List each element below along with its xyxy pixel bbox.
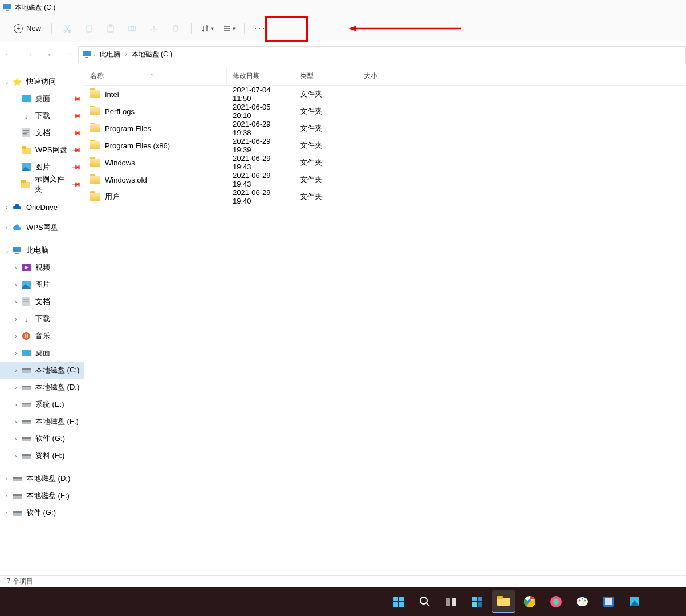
sidebar-pc-item[interactable]: ›本地磁盘 (D:) [0, 379, 84, 396]
column-size[interactable]: 大小 [358, 67, 415, 85]
address-bar[interactable]: › 此电脑 › 本地磁盘 (C:) [78, 46, 686, 63]
back-button[interactable]: ← [2, 48, 15, 61]
svg-rect-54 [399, 602, 404, 607]
chevron-right-icon: › [13, 436, 19, 442]
copy-button[interactable] [78, 19, 100, 38]
sidebar-pc-item[interactable]: ›资料 (H:) [0, 447, 84, 464]
sidebar-onedrive[interactable]: › OneDrive [0, 198, 84, 216]
column-date[interactable]: 修改日期 [227, 67, 294, 85]
sidebar-pc-item[interactable]: ›软件 (G:) [0, 430, 84, 447]
chevron-right-icon: › [13, 333, 19, 339]
title-bar: 本地磁盘 (C:) [0, 0, 686, 15]
sidebar-quick-item[interactable]: 图片📌 [0, 159, 84, 176]
pc-icon [3, 4, 11, 11]
up-button[interactable]: ↑ [64, 48, 76, 61]
pin-icon: 📌 [71, 161, 82, 172]
folder-icon [90, 124, 100, 132]
file-row[interactable]: Program Files (x86)2021-06-29 19:39文件夹 [84, 137, 686, 154]
file-date: 2021-07-04 11:50 [227, 86, 294, 103]
breadcrumb-root[interactable]: 此电脑 [98, 48, 123, 60]
folder-icon [90, 176, 100, 184]
svg-rect-0 [3, 4, 11, 9]
taskbar-taskview[interactable] [440, 590, 462, 613]
svg-point-70 [582, 598, 583, 600]
taskbar-app3[interactable] [623, 590, 646, 613]
sidebar-pc-item[interactable]: ›本地磁盘 (F:) [0, 413, 84, 430]
taskbar-explorer[interactable] [492, 590, 515, 613]
chevron-right-icon: › [125, 51, 127, 58]
forward-button[interactable]: → [23, 48, 35, 61]
item-icon [22, 297, 31, 306]
rename-button[interactable] [121, 19, 143, 38]
cut-button[interactable] [56, 19, 78, 38]
sidebar-pc-item[interactable]: ›文档 [0, 293, 84, 310]
sidebar-quick-item[interactable]: 示例文件夹📌 [0, 176, 84, 193]
sidebar-quick-item[interactable]: 文档📌 [0, 124, 84, 141]
separator [244, 23, 245, 34]
svg-rect-13 [23, 130, 29, 131]
sidebar-quick-access[interactable]: ⌄ ⭐ 快速访问 [0, 73, 84, 90]
sort-button[interactable]: ▾ [196, 19, 218, 38]
paste-button[interactable] [100, 19, 121, 38]
sidebar: ⌄ ⭐ 快速访问 桌面📌↓下载📌文档📌WPS网盘📌图片📌示例文件夹📌 › One… [0, 67, 84, 575]
svg-rect-32 [22, 350, 31, 356]
svg-rect-36 [22, 386, 31, 387]
sidebar-pc-item[interactable]: ›图片 [0, 276, 84, 293]
recent-dropdown[interactable]: ▾ [43, 48, 56, 61]
taskbar-app2[interactable] [597, 590, 620, 613]
column-type[interactable]: 类型 [294, 67, 358, 85]
new-button[interactable]: + New [8, 21, 47, 37]
sidebar-pc-item[interactable]: ›↓下载 [0, 310, 84, 327]
file-name: Intel [105, 90, 119, 99]
file-row[interactable]: Windows2021-06-29 19:43文件夹 [84, 154, 686, 171]
taskbar-chrome[interactable] [518, 590, 541, 613]
taskbar-start[interactable] [387, 590, 410, 613]
chevron-right-icon: › [13, 419, 19, 425]
taskbar-widgets[interactable] [466, 590, 489, 613]
svg-point-67 [553, 599, 559, 605]
sidebar-drive-item[interactable]: ›本地磁盘 (D:) [0, 470, 84, 487]
sidebar-drive-item[interactable]: ›本地磁盘 (F:) [0, 487, 84, 504]
sidebar-pc-item[interactable]: ›视频 [0, 259, 84, 276]
cloud-icon [13, 223, 22, 232]
taskbar-app1[interactable] [545, 590, 567, 613]
sidebar-pc-item[interactable]: ›音乐 [0, 327, 84, 345]
window-title: 本地磁盘 (C:) [15, 3, 55, 13]
sidebar-pc-item[interactable]: ›桌面 [0, 345, 84, 362]
svg-rect-74 [605, 598, 612, 605]
column-name[interactable]: 名称⌃ [84, 67, 227, 85]
sidebar-quick-item[interactable]: ↓下载📌 [0, 107, 84, 124]
svg-rect-40 [22, 420, 31, 422]
taskbar-paint[interactable] [571, 590, 594, 613]
svg-rect-59 [478, 597, 482, 601]
file-row[interactable]: Windows.old2021-06-29 19:43文件夹 [84, 171, 686, 188]
file-row[interactable]: 用户2021-06-29 19:40文件夹 [84, 188, 686, 205]
pin-icon: 📌 [71, 144, 82, 155]
sidebar-quick-item[interactable]: WPS网盘📌 [0, 141, 84, 159]
delete-button[interactable] [165, 19, 186, 38]
share-button[interactable] [143, 19, 165, 38]
svg-rect-5 [108, 26, 113, 32]
file-row[interactable]: Program Files2021-06-29 19:38文件夹 [84, 120, 686, 137]
taskbar-search[interactable] [413, 590, 436, 613]
svg-rect-58 [472, 597, 477, 601]
sidebar-pc-item[interactable]: ›本地磁盘 (C:) [0, 362, 84, 379]
svg-rect-14 [23, 132, 29, 133]
sidebar-wps[interactable]: › WPS网盘 [0, 219, 84, 236]
item-icon [21, 180, 30, 189]
pin-icon: 📌 [71, 110, 82, 121]
svg-rect-23 [15, 253, 19, 254]
more-button[interactable]: ··· [249, 19, 271, 38]
sidebar-quick-item[interactable]: 桌面📌 [0, 90, 84, 107]
svg-rect-44 [22, 454, 31, 456]
file-type: 文件夹 [294, 192, 358, 202]
folder-icon [90, 90, 100, 98]
file-row[interactable]: PerfLogs2021-06-05 20:10文件夹 [84, 103, 686, 120]
breadcrumb-current[interactable]: 本地磁盘 (C:) [129, 48, 174, 60]
view-button[interactable]: ▾ [218, 19, 240, 38]
file-row[interactable]: Intel2021-07-04 11:50文件夹 [84, 86, 686, 103]
sidebar-drive-item[interactable]: ›软件 (G:) [0, 504, 84, 521]
cloud-icon [13, 202, 22, 212]
sidebar-pc-item[interactable]: ›系统 (E:) [0, 396, 84, 413]
sidebar-this-pc[interactable]: ⌄ 此电脑 [0, 242, 84, 259]
